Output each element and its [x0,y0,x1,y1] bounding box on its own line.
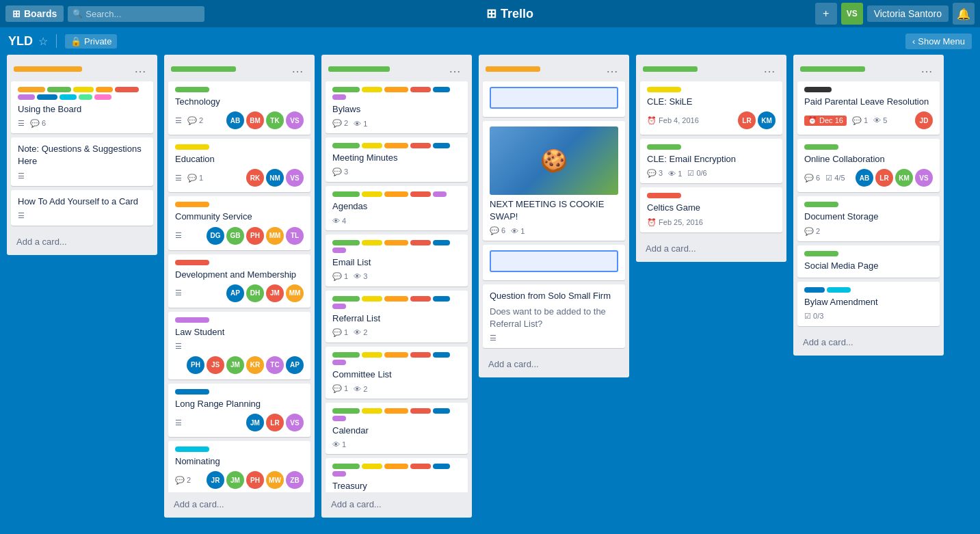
card[interactable]: Social Media Page [797,245,940,278]
add-card-button[interactable]: Add a card... [799,334,938,350]
comments-meta: 💬 1 [332,384,348,393]
card[interactable]: Referral List💬 1👁 2 [326,291,468,343]
card[interactable]: Community Service☰DGGBPHMMTL [168,196,310,250]
card-input-field[interactable] [490,87,618,109]
card[interactable]: Bylaws💬 2👁 1 [326,81,468,133]
card-avatars: PHJSJMKRTCAP [187,356,304,374]
card[interactable]: Online Collaboration💬 6☑ 4/5ABLRKMVS [797,139,940,192]
card[interactable]: Question from Solo Small FirmDoes want t… [483,284,625,348]
board-header-right: ‹ Show Menu [905,34,972,49]
card-label [433,87,450,92]
boards-button[interactable]: ⊞ Boards [5,5,64,22]
chevron-left-icon: ‹ [912,36,915,46]
card[interactable]: Note: Questions & Suggestions Here☰ [11,137,153,185]
card[interactable]: Agendas👁 4 [326,186,468,230]
list-more-button[interactable]: … [916,60,937,77]
card[interactable]: Meeting Minutes💬 3 [326,137,468,182]
avatar: JM [246,414,264,431]
card[interactable] [483,81,625,117]
list-title-bar [486,66,540,72]
show-menu-button[interactable]: ‹ Show Menu [905,34,972,49]
add-button[interactable]: + [815,3,837,25]
card[interactable]: Treasury💬 2👁 2 [326,458,468,492]
add-card-button[interactable]: Add a card... [641,241,781,256]
comments-meta: 💬 3 [332,168,348,176]
list-title-bar [800,66,865,72]
card-label [410,143,431,148]
card-label [384,143,408,148]
list-title-bar [643,66,698,72]
description-icon: ☰ [18,119,25,128]
search-input[interactable] [68,6,204,22]
add-card-button[interactable]: Add a card... [12,234,152,250]
card[interactable]: Celtics Game⏰ Feb 25, 2016 [640,187,782,232]
card-labels [804,144,933,150]
card[interactable]: Nominating💬 2JRJMPHMWZB [168,441,310,492]
card[interactable]: CLE: Email Encryption💬 3👁 1☑ 0/6 [640,139,782,183]
card-label [47,87,71,92]
card[interactable]: CLE: SkiLE⏰ Feb 4, 2016LRKM [640,81,782,135]
card[interactable]: Development and Membership☰APDHJMMM [168,254,310,308]
description-icon: ☰ [175,174,182,183]
avatar: ZB [286,471,304,489]
card-meta: ☰ [490,334,618,343]
add-card-button[interactable]: Add a card... [484,356,624,372]
card[interactable]: Technology☰💬 2ABBMTKVS [168,81,310,135]
card[interactable]: Document Storage💬 2 [797,196,940,241]
card-meta: ☰DGGBPHMMTL [175,227,304,245]
card-label [332,408,360,414]
description-icon: ☰ [175,231,182,240]
list-more-button[interactable]: … [130,60,150,77]
card[interactable]: Paid Parental Leave Resolution⏰ Dec 16💬 … [797,81,940,135]
board-visibility-button[interactable]: 🔒 Private [65,34,117,49]
list-more-button[interactable]: … [287,60,308,77]
plus-icon: + [823,8,829,20]
card[interactable]: How To Add Yourself to a Card☰ [11,190,153,226]
card-label [332,87,360,92]
add-card-button[interactable]: Add a card... [170,496,309,512]
card-meta: ☰💬 2ABBMTKVS [175,111,304,129]
description-icon: ☰ [18,172,25,181]
list-3: …✎🍪NEXT MEETING IS COOKIE SWAP!💬 6👁 1Que… [479,55,629,377]
card[interactable]: Education☰💬 1RKNMVS [168,139,310,192]
card-meta: 💬 2 [804,227,933,236]
card-image: 🍪 [490,126,618,195]
card-label [79,94,92,100]
card[interactable]: Using the Board☰💬 6 [11,81,153,133]
watchers-meta: 👁 4 [332,217,346,225]
card[interactable]: ✎🍪NEXT MEETING IS COOKIE SWAP!💬 6👁 1 [483,121,625,241]
avatar[interactable]: VS [841,3,863,25]
card-avatars: JD [915,111,933,129]
board-star[interactable]: ☆ [38,35,48,48]
list-header: … [793,55,944,81]
card-meta: 👁 1 [332,440,461,449]
avatar: TL [286,227,304,245]
card-labels [332,240,461,253]
list-more-button[interactable]: … [759,60,780,77]
card[interactable]: Bylaw Amendment☑ 0/3 [797,282,940,326]
card[interactable]: Calendar👁 1 [326,403,468,454]
card[interactable]: Committee List💬 1👁 2 [326,347,468,399]
card[interactable]: Email List💬 1👁 3 [326,235,468,286]
list-more-button[interactable]: … [445,60,465,77]
card-label [332,240,360,245]
card-title: How To Add Yourself to a Card [18,196,146,208]
notifications-button[interactable]: 🔔 [953,3,975,25]
nav-right: + VS Victoria Santoro 🔔 [815,3,975,25]
card-input-field[interactable] [490,250,618,272]
card-title: Technology [175,96,304,108]
description-icon: ☰ [175,116,182,125]
card[interactable] [483,245,625,280]
card[interactable]: Long Range Planning☰JMLRVS [168,384,310,437]
list-title-bar [14,66,82,72]
list-more-button[interactable]: … [602,60,622,77]
card-label [362,408,382,414]
card-meta: 💬 2👁 1 [332,119,461,128]
card-labels [175,87,304,92]
card[interactable]: Law Student☰PHJSJMKRTCAP [168,312,310,379]
card-meta: ☰ [18,172,146,181]
add-card-button[interactable]: Add a card... [327,496,466,512]
list-header: … [321,55,472,81]
card-meta: ☰PHJSJMKRTCAP [175,342,304,374]
user-menu-button[interactable]: Victoria Santoro [867,5,949,22]
